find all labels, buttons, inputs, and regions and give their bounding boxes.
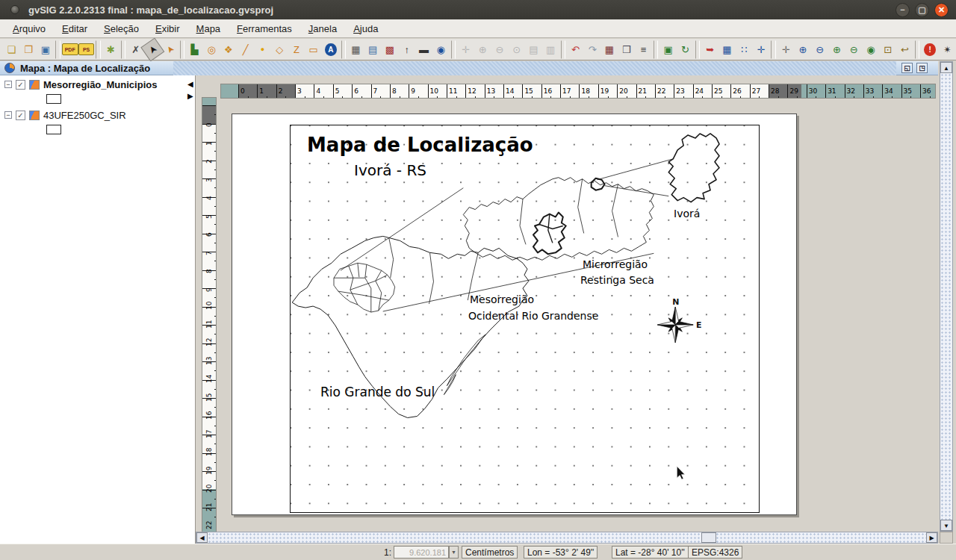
redo-icon[interactable]: ↷ xyxy=(584,41,601,58)
insert-rectangle-icon[interactable]: ▭ xyxy=(305,41,322,58)
zoom-1-1-icon[interactable]: ⊡ xyxy=(879,41,896,58)
scrollbar-corner xyxy=(940,532,953,544)
ivora-large-outline xyxy=(668,134,719,202)
save-project-icon[interactable]: ▣ xyxy=(37,41,55,58)
layer-row[interactable]: − ✓ 43UFE250GC_SIR xyxy=(4,108,195,122)
gvsig-map-icon xyxy=(4,63,15,73)
menu-mapa[interactable]: Mapa xyxy=(190,21,228,37)
preview-icon[interactable]: ◉ xyxy=(432,41,450,58)
restore-frame-button[interactable]: ◳ xyxy=(916,63,928,73)
group-separator xyxy=(451,40,456,59)
insert-overview-frame-icon[interactable]: ▩ xyxy=(382,41,399,58)
close-button[interactable]: ✕ xyxy=(934,3,949,17)
geoprocess-gear-icon[interactable]: ✱ xyxy=(102,41,120,58)
map-subtitle: Ivorá - RS xyxy=(354,161,426,179)
vertical-scrollbar[interactable]: ▲ ▼ xyxy=(940,61,953,532)
label-restinga-seca: Restinga Seca xyxy=(580,274,654,286)
insert-image-icon[interactable]: ❖ xyxy=(220,41,238,58)
show-table-icon[interactable]: ▦ xyxy=(601,41,618,58)
doc-window-titlebar[interactable]: Mapa : Mapa de Localização ◱ ◳ xyxy=(0,61,938,75)
undo-icon[interactable]: ↶ xyxy=(567,41,584,58)
scroll-right-button[interactable]: ▶ xyxy=(926,532,937,543)
zoom-out-view-icon[interactable]: ⊖ xyxy=(811,41,828,58)
scroll-up-button[interactable]: ▲ xyxy=(940,62,952,73)
layers-front-disabled-icon[interactable]: ▤ xyxy=(525,41,542,58)
maximize-button[interactable]: ▢ xyxy=(915,3,929,17)
insert-north-frame-icon[interactable]: ↑ xyxy=(398,41,415,58)
grid-frame-icon[interactable]: ▦ xyxy=(718,41,736,58)
insert-text-icon[interactable]: A xyxy=(325,43,337,56)
pan-disabled-icon[interactable]: ✛ xyxy=(457,41,474,58)
ruler-tick: 3 xyxy=(295,84,314,99)
zoom-in-select-icon[interactable]: ⊕ xyxy=(828,41,845,58)
ruler-tick: 12 xyxy=(465,84,484,99)
tools-icon[interactable]: ✴ xyxy=(939,41,956,58)
insert-polygon-icon[interactable]: ◇ xyxy=(271,41,288,58)
error-indicator-icon[interactable]: ! xyxy=(924,43,936,56)
tree-expander-icon[interactable]: − xyxy=(4,81,12,88)
menu-ferramentas[interactable]: Ferramentas xyxy=(230,21,299,37)
layers-back-disabled-icon[interactable]: ▥ xyxy=(542,41,559,58)
new-window-icon[interactable]: ❒ xyxy=(618,41,635,58)
layer-mesorregiao-municipios[interactable]: Mesorregião_Municipios xyxy=(43,79,157,90)
menu-arquivo[interactable]: Arquivo xyxy=(6,21,52,37)
menu-janela[interactable]: Janela xyxy=(302,21,344,37)
compass-north-label: N xyxy=(672,297,679,307)
zoom-in-disabled-icon[interactable]: ⊕ xyxy=(474,41,491,58)
layout-workspace[interactable]: 0123456789101112131415161718192021222324… xyxy=(196,75,938,532)
layer-43ufe250gc-sir[interactable]: 43UFE250GC_SIR xyxy=(43,110,126,121)
scale-dropdown-icon[interactable]: ▼ xyxy=(449,546,459,559)
pan-view-icon[interactable]: ✛ xyxy=(777,41,795,58)
zoom-out-disabled-icon[interactable]: ⊖ xyxy=(491,41,509,58)
insert-polyline-icon[interactable]: Z xyxy=(288,41,305,58)
ruler-tick: 20 xyxy=(617,84,636,99)
new-document-icon[interactable]: ❏ xyxy=(3,41,20,58)
horizontal-scroll-thumb[interactable] xyxy=(701,532,716,543)
menu-ajuda[interactable]: Ajuda xyxy=(347,21,385,37)
legend-symbol-row xyxy=(46,94,195,106)
insert-legend-frame-icon[interactable]: ▤ xyxy=(364,41,382,58)
minimize-frame-button[interactable]: ◱ xyxy=(901,63,913,73)
zoom-previous-icon[interactable]: ↩ xyxy=(896,41,913,58)
insert-view-frame-icon[interactable]: ▦ xyxy=(347,41,364,58)
ruler-tick: 31 xyxy=(825,84,844,99)
horizontal-scrollbar[interactable]: ◀ ▶ xyxy=(196,532,938,544)
export-pdf-icon[interactable]: PDF xyxy=(62,43,78,55)
legend-symbol[interactable] xyxy=(46,94,61,104)
menu-editar[interactable]: Editar xyxy=(55,21,94,37)
layer-checkbox[interactable]: ✓ xyxy=(16,111,25,120)
collapse-right-arrow[interactable]: ▶ xyxy=(187,91,196,102)
export-ps-icon[interactable]: PS xyxy=(78,43,95,55)
lasso-select-icon[interactable]: ➤ xyxy=(158,37,181,61)
os-titlebar: gvSIG 2.2.0.2313 final : mapa_de_localiz… xyxy=(0,0,956,19)
insert-line-icon[interactable]: ╱ xyxy=(237,41,254,58)
move-frame-icon[interactable]: ✛ xyxy=(753,41,770,58)
export-annotation-icon[interactable]: ➥ xyxy=(701,41,718,58)
map-frame[interactable]: N E Mapa de Localização Ivorá - RS Ivorá… xyxy=(290,125,760,513)
tree-expander-icon[interactable]: − xyxy=(4,111,12,119)
zoom-in-view-icon[interactable]: ⊕ xyxy=(795,41,812,58)
layer-row[interactable]: − ✓ Mesorregião_Municipios xyxy=(4,78,195,91)
horizontal-ruler: 0123456789101112131415161718192021222324… xyxy=(220,84,936,99)
insert-chart-icon[interactable]: ▙ xyxy=(186,41,203,58)
menu-exibir[interactable]: Exibir xyxy=(149,21,187,37)
collapse-left-arrow[interactable]: ◀ xyxy=(187,79,196,90)
align-frames-icon[interactable]: ∷ xyxy=(736,41,753,58)
legend-symbol[interactable] xyxy=(46,125,61,134)
print-icon[interactable]: ≡ xyxy=(635,41,652,58)
scroll-left-button[interactable]: ◀ xyxy=(196,532,208,543)
minimize-button[interactable]: − xyxy=(896,3,910,17)
scroll-down-button[interactable]: ▼ xyxy=(940,520,952,531)
zoom-out-select-icon[interactable]: ⊖ xyxy=(845,41,863,58)
menu-selecao[interactable]: Seleção xyxy=(97,21,146,37)
layer-checkbox[interactable]: ✓ xyxy=(16,80,25,90)
insert-point-icon[interactable]: ● xyxy=(254,41,271,58)
zoom-region-disabled-icon[interactable]: ⊙ xyxy=(508,41,525,58)
scale-input[interactable]: 9.620.181 xyxy=(394,546,449,559)
map-image-icon[interactable]: ▣ xyxy=(659,41,677,58)
zoom-full-icon[interactable]: ◉ xyxy=(863,41,880,58)
insert-circle-icon[interactable]: ◎ xyxy=(203,41,220,58)
insert-scalebar-frame-icon[interactable]: ▬ xyxy=(415,41,432,58)
refresh-layers-icon[interactable]: ↻ xyxy=(677,41,694,58)
open-project-icon[interactable]: ❐ xyxy=(20,41,37,58)
